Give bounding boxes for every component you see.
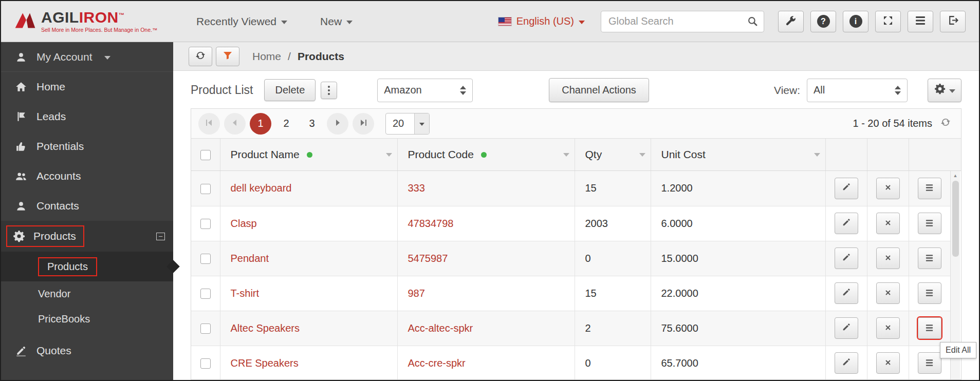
delete-button[interactable]: Delete — [264, 79, 316, 101]
grid-settings-button[interactable] — [928, 79, 961, 102]
sidebar-item-potentials[interactable]: Potentials — [1, 131, 173, 161]
sidebar-item-leads[interactable]: Leads — [1, 102, 173, 131]
row-checkbox[interactable] — [200, 289, 211, 299]
edit-button[interactable] — [835, 352, 858, 374]
table-row: Altec Speakers Acc-altec-spkr 2 75.6000 — [191, 311, 950, 346]
global-search-input[interactable] — [601, 11, 764, 32]
refresh-icon[interactable] — [940, 117, 951, 130]
column-menu-icon[interactable] — [639, 153, 645, 157]
logo-text-primary: AGIL — [41, 9, 79, 26]
delete-row-button[interactable] — [876, 178, 900, 199]
row-checkbox[interactable] — [200, 254, 211, 264]
x-icon — [884, 288, 892, 299]
scroll-up-icon[interactable]: ▲ — [953, 171, 958, 178]
page-number-1[interactable]: 1 — [250, 113, 271, 135]
refresh-button[interactable] — [189, 47, 212, 66]
refresh-icon — [195, 50, 206, 63]
language-menu[interactable]: English (US) — [498, 15, 585, 27]
product-name-link[interactable]: dell keyboard — [220, 171, 397, 206]
view-label: View: — [774, 84, 800, 97]
product-code-link[interactable]: 987 — [397, 276, 575, 311]
product-code-link[interactable]: 333 — [397, 171, 575, 206]
column-menu-icon[interactable] — [563, 153, 569, 157]
tools-button[interactable] — [778, 11, 804, 32]
view-select[interactable]: All — [807, 79, 908, 102]
product-name-link[interactable]: T-shirt — [220, 276, 397, 311]
channel-select[interactable]: Amazon — [377, 79, 473, 102]
sidebar-item-products[interactable]: Products – — [1, 221, 173, 252]
page-size-select[interactable]: 20 — [385, 113, 430, 135]
scrollbar-thumb[interactable] — [952, 181, 959, 257]
sidebar-item-accounts[interactable]: Accounts — [1, 161, 173, 191]
product-code-link[interactable]: Acc-altec-spkr — [397, 311, 575, 346]
breadcrumb-home[interactable]: Home — [252, 50, 281, 63]
product-name-link[interactable]: Altec Speakers — [220, 311, 397, 346]
select-all-checkbox[interactable] — [200, 150, 211, 160]
delete-row-button[interactable] — [876, 247, 900, 269]
row-checkbox[interactable] — [200, 184, 211, 194]
edit-button[interactable] — [835, 282, 858, 304]
product-code-link[interactable]: 5475987 — [397, 241, 575, 276]
edit-button[interactable] — [835, 317, 858, 339]
row-menu-button[interactable] — [918, 213, 941, 234]
recently-viewed-menu[interactable]: Recently Viewed — [196, 15, 287, 28]
edit-button[interactable] — [835, 178, 858, 199]
table-body: dell keyboard 333 15 1.2000 Clasp 478347… — [191, 171, 961, 379]
product-code-link[interactable]: 47834798 — [397, 206, 575, 241]
edit-button[interactable] — [835, 213, 858, 234]
filter-button[interactable] — [216, 47, 239, 66]
sidebar-subitem-pricebooks[interactable]: PriceBooks — [1, 307, 173, 332]
delete-row-button[interactable] — [876, 317, 900, 339]
gear-icon — [934, 83, 946, 97]
apps-menu-button[interactable] — [908, 11, 933, 32]
fullscreen-button[interactable] — [875, 11, 901, 32]
sidebar-subitem-products[interactable]: Products — [1, 252, 173, 281]
page-number-2[interactable]: 2 — [275, 113, 297, 135]
qty-cell: 0 — [575, 241, 651, 276]
logout-button[interactable] — [940, 11, 966, 32]
sidebar-my-account[interactable]: My Account — [1, 42, 173, 72]
items-range-text: 1 - 20 of 54 items — [853, 118, 932, 129]
app-logo[interactable]: AGILIRON™ Sell More in More Places. But … — [14, 10, 169, 33]
page-number-3[interactable]: 3 — [301, 113, 323, 135]
column-menu-icon[interactable] — [386, 153, 392, 157]
row-menu-button[interactable] — [918, 247, 941, 269]
row-checkbox[interactable] — [200, 358, 211, 369]
more-actions-button[interactable] — [321, 82, 337, 99]
sidebar-item-quotes[interactable]: Quotes — [1, 336, 173, 366]
channel-actions-button[interactable]: Channel Actions — [549, 78, 649, 102]
product-name-link[interactable]: CRE Speakers — [220, 346, 397, 379]
delete-row-button[interactable] — [876, 282, 900, 304]
row-menu-button[interactable] — [918, 178, 941, 199]
next-page-button[interactable] — [327, 113, 348, 135]
row-checkbox[interactable] — [200, 219, 211, 229]
column-menu-icon[interactable] — [814, 153, 820, 157]
row-menu-button[interactable] — [918, 282, 941, 304]
row-menu-button[interactable] — [918, 352, 941, 374]
edit-button[interactable] — [835, 247, 858, 269]
row-menu-button-highlighted[interactable] — [918, 317, 941, 339]
qty-cell: 0 — [575, 346, 651, 379]
x-icon — [884, 182, 892, 194]
last-page-button[interactable] — [353, 113, 374, 135]
first-page-button[interactable] — [198, 113, 220, 135]
thumbs-up-icon — [14, 141, 28, 152]
row-checkbox[interactable] — [200, 323, 211, 334]
page-title: Product List — [191, 83, 253, 97]
new-menu[interactable]: New — [320, 15, 353, 28]
delete-row-button[interactable] — [876, 213, 900, 234]
green-dot-icon — [307, 152, 312, 158]
logout-icon — [948, 15, 958, 28]
sidebar-subitem-vendor[interactable]: Vendor — [1, 281, 173, 307]
search-icon[interactable] — [747, 16, 758, 29]
product-code-link[interactable]: Acc-cre-spkr — [397, 346, 575, 379]
prev-page-button[interactable] — [224, 113, 246, 135]
info-button[interactable]: i — [843, 11, 868, 32]
product-name-link[interactable]: Pendant — [220, 241, 397, 276]
product-name-link[interactable]: Clasp — [220, 206, 397, 241]
help-button[interactable]: ? — [810, 11, 836, 32]
sidebar-item-home[interactable]: Home — [1, 72, 173, 102]
delete-row-button[interactable] — [876, 352, 900, 374]
sidebar-item-contacts[interactable]: Contacts — [1, 191, 173, 221]
collapse-icon[interactable]: – — [156, 233, 165, 240]
